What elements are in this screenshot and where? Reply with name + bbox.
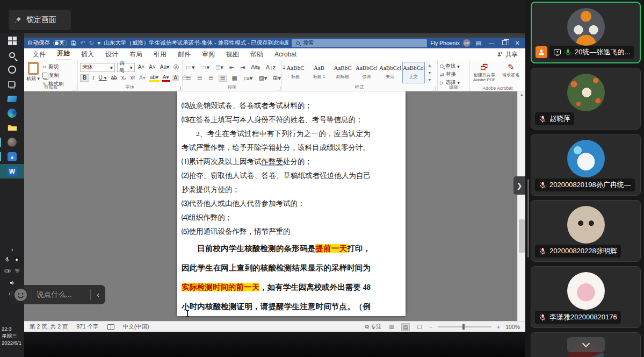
word-count[interactable]: 971 个字 (76, 323, 98, 331)
tab-文件[interactable]: 文件 (32, 48, 47, 61)
bold-button[interactable]: B (80, 74, 89, 82)
contact-app-icon[interactable] (0, 135, 24, 149)
task-view-icon[interactable] (0, 77, 24, 91)
web-layout-icon[interactable]: ▢ (415, 323, 424, 331)
docs-app-icon[interactable]: ▲ (0, 149, 24, 164)
taskbar-clock[interactable]: 22:3 星期三 2022/6/1 (2, 325, 21, 346)
style-标题[interactable]: AaBbC标题 (284, 62, 307, 83)
proofing-icon[interactable] (107, 324, 114, 330)
undo-icon[interactable]: ↶ (80, 40, 85, 46)
superscript-button[interactable]: x² (129, 75, 136, 81)
tab-审阅[interactable]: 审阅 (201, 48, 216, 61)
change-case-icon[interactable]: Aa▾ (159, 65, 170, 70)
print-layout-icon[interactable]: ▤ (401, 323, 410, 331)
search-icon[interactable] (0, 48, 24, 62)
highlight-color-button[interactable]: ab▾ (149, 75, 160, 82)
subscript-button[interactable]: x₂ (120, 75, 127, 81)
participant-tile[interactable]: 20统—张逸飞的... (531, 2, 641, 63)
char-border-icon[interactable]: Ⓐ (172, 65, 180, 70)
zoom-out-icon[interactable]: − (429, 324, 432, 330)
style-要点[interactable]: AaBbCcD要点 (379, 62, 401, 83)
create-pdf-button[interactable]: 🗗创建并共享 Adobe PDF (472, 62, 497, 83)
share-button[interactable]: 共享 (497, 51, 518, 59)
quick-access-caret-icon[interactable]: ▾ (97, 40, 100, 46)
copy-button[interactable]: 复制 (42, 72, 63, 79)
tab-布局[interactable]: 布局 (128, 48, 143, 61)
styles-gallery-arrows[interactable]: ▲▼▼̲ (426, 62, 433, 83)
chat-collapse-icon[interactable]: ‹ (95, 290, 101, 299)
autosave-toggle[interactable]: 关 (53, 40, 67, 46)
styles-dialog-launcher[interactable] (432, 87, 436, 90)
minimize-button[interactable]: — (487, 40, 496, 46)
italic-button[interactable]: I (91, 75, 95, 81)
clipboard-dialog-launcher[interactable] (73, 87, 76, 90)
bullets-icon[interactable]: ≔▾ (185, 65, 196, 70)
emoji-icon[interactable] (14, 288, 27, 302)
participant-tile[interactable]: 李潇雅202000820176 (531, 266, 641, 328)
page-indicator[interactable]: 第 2 页, 共 2 页 (30, 323, 68, 331)
lock-view-button[interactable]: 锁定画面 (9, 10, 71, 30)
distribute-icon[interactable]: ▦ (231, 75, 238, 81)
decrease-indent-icon[interactable]: ⇤ (228, 65, 235, 70)
restore-button[interactable] (500, 40, 509, 46)
tab-设计[interactable]: 设计 (104, 48, 119, 61)
participant-tile[interactable]: 202000820228张明辉 (531, 200, 641, 262)
font-family-select[interactable]: 宋体▾ (80, 63, 115, 72)
borders-icon[interactable]: ⊞▾ (272, 75, 282, 81)
style-强调[interactable]: AaBbCcDi强调 (355, 62, 378, 83)
underline-button[interactable]: U ▾ (98, 75, 108, 81)
cut-button[interactable]: ✂剪切 (42, 63, 63, 70)
file-explorer-icon[interactable] (0, 120, 24, 135)
align-center-icon[interactable]: ☰ (196, 75, 204, 81)
multilevel-list-icon[interactable]: ≣▾ (214, 65, 225, 70)
save-icon[interactable] (70, 40, 77, 46)
sort-icon[interactable]: A↓z (265, 65, 277, 70)
more-participants-button[interactable] (567, 337, 605, 352)
close-button[interactable]: ✕ (512, 40, 522, 47)
word-icon[interactable]: W (0, 164, 24, 178)
scroll-up-icon[interactable]: ▲ (518, 91, 525, 99)
char-shading-icon[interactable]: A (172, 75, 179, 81)
font-dialog-launcher[interactable] (177, 87, 181, 90)
cortana-icon[interactable] (0, 62, 24, 77)
tab-Acrobat[interactable]: Acrobat (273, 49, 298, 60)
focus-mode-button[interactable]: ⧉ 专注 (365, 323, 381, 331)
zoom-slider[interactable] (438, 326, 491, 327)
zoom-level[interactable]: 100% (505, 324, 520, 330)
tab-开始[interactable]: 开始 (56, 47, 71, 61)
paste-button[interactable]: 粘贴 ▾ (26, 62, 40, 88)
align-left-icon[interactable]: ☰ (185, 75, 192, 81)
hide-video-panel-button[interactable]: ❯ (513, 176, 525, 195)
tab-邮件[interactable]: 邮件 (177, 48, 192, 61)
style-正文[interactable]: AaBbCcD正文 (402, 62, 425, 83)
start-icon[interactable] (0, 33, 24, 48)
tab-帮助[interactable]: 帮助 (249, 48, 264, 61)
replace-button[interactable]: ⇄替换 (440, 70, 467, 78)
increase-indent-icon[interactable]: ⇥ (239, 65, 246, 70)
asian-layout-icon[interactable]: A↹ (250, 65, 261, 70)
font-size-select[interactable]: 四号▾ (117, 63, 135, 72)
qq-tray-icon[interactable] (13, 255, 20, 265)
scrollbar-thumb[interactable] (519, 219, 525, 253)
strikethrough-button[interactable]: ab (110, 75, 118, 81)
participant-tile[interactable]: 赵晓萍 (531, 68, 641, 130)
redo-icon[interactable]: ↻ (89, 40, 94, 46)
chat-input[interactable]: 说点什么... (37, 290, 86, 299)
text-effects-icon[interactable]: A▾ (138, 75, 147, 81)
tab-引用[interactable]: 引用 (153, 48, 168, 61)
search-box[interactable]: 搜索 (292, 39, 427, 47)
shrink-font-icon[interactable]: A˅ (148, 65, 157, 70)
style-副标题[interactable]: AaBbC副标题 (331, 62, 354, 83)
account-avatar[interactable]: FP (463, 39, 471, 47)
style-标题 1[interactable]: AaB标题 1 (308, 62, 330, 83)
participant-tile[interactable]: 202000820198孙广冉统— (531, 134, 641, 196)
justify-icon[interactable]: ☰ (219, 75, 227, 82)
wifi-tray-icon[interactable] (14, 267, 20, 276)
font-color-button[interactable]: A▾ (162, 75, 170, 82)
line-spacing-icon[interactable]: ↕≡▾ (242, 75, 254, 81)
remote-app-icon[interactable] (0, 91, 24, 106)
projector-tray-icon[interactable] (4, 267, 11, 276)
document-page[interactable]: ⑿故意销毁试卷、答卷或者考试材料的；⒀在答卷上填写与本人身份不符的姓名、考号等信… (177, 91, 406, 316)
align-right-icon[interactable]: ☰ (207, 75, 215, 81)
language-indicator[interactable]: 中文(中国) (123, 323, 149, 331)
